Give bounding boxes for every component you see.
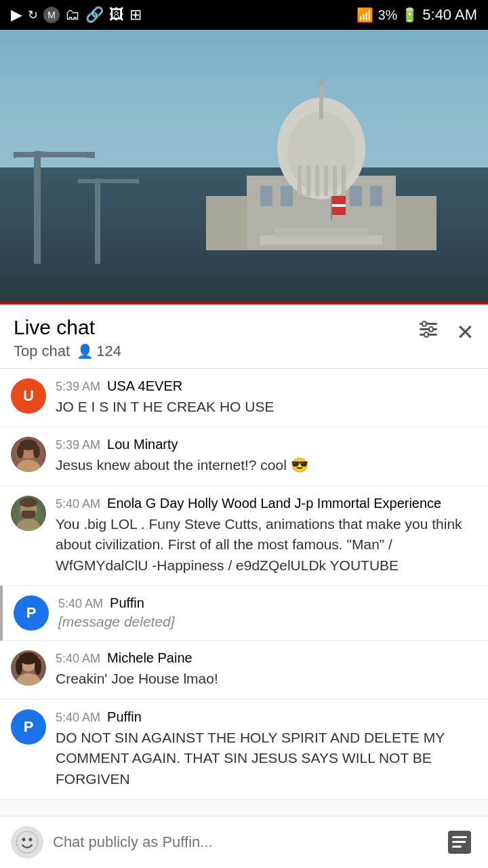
svg-rect-21 (34, 155, 41, 264)
message-meta: 5:40 AM Puffin (56, 709, 477, 725)
viewers-number: 124 (96, 342, 121, 360)
message-item: P 5:40 AM Puffin [message deleted] (0, 586, 488, 641)
status-bar-left: ▶ ↻ M 🗂 🔗 🖼 ⊞ (11, 6, 142, 24)
svg-rect-11 (260, 186, 272, 206)
svg-rect-3 (274, 229, 369, 237)
svg-rect-16 (306, 165, 310, 196)
link-icon: 🔗 (85, 6, 104, 24)
svg-rect-15 (298, 165, 302, 196)
svg-point-44 (33, 445, 40, 458)
message-content: 5:39 AM Lou Minarty Jesus knew about the… (56, 437, 477, 475)
refresh-icon: ↻ (28, 7, 38, 22)
svg-rect-20 (342, 165, 346, 196)
svg-rect-50 (22, 511, 35, 517)
svg-point-55 (35, 658, 41, 675)
capitol-building (192, 74, 450, 264)
status-bar-right: 📶 3% 🔋 5:40 AM (357, 6, 477, 24)
svg-rect-62 (452, 846, 462, 848)
svg-rect-37 (429, 327, 433, 332)
video-player[interactable] (0, 30, 488, 304)
svg-rect-32 (332, 207, 346, 215)
message-meta: 5:40 AM Puffin (58, 595, 477, 611)
message-text: Creakin' Joe House lmao! (56, 669, 477, 689)
svg-point-57 (22, 838, 26, 842)
message-content: 5:40 AM Enola G Day Holly Wood Land J-p … (56, 496, 477, 576)
youtube-icon: ▶ (11, 6, 22, 24)
photo-icon: 🖼 (109, 6, 124, 24)
wifi-icon: 📶 (357, 7, 373, 23)
flags (312, 196, 352, 223)
message-text: Jesus knew about the internet!? cool 😎 (56, 455, 477, 475)
message-item: P 5:40 AM Puffin DO NOT SIN AGAINST THE … (0, 700, 488, 800)
chat-header: Live chat Top chat 👤 124 ✕ (0, 304, 488, 369)
message-time: 5:40 AM (56, 711, 100, 725)
avatar: P (11, 709, 46, 745)
svg-rect-31 (332, 204, 346, 207)
person-icon: 👤 (77, 343, 94, 359)
message-text: JO E I S IN T HE CREAK HO USE (56, 397, 477, 417)
filter-icon[interactable] (417, 318, 440, 346)
message-author: Puffin (110, 595, 144, 611)
message-content: 5:40 AM Puffin [message deleted] (58, 595, 477, 630)
message-meta: 5:40 AM Enola G Day Holly Wood Land J-p … (56, 496, 477, 511)
emoji-button[interactable] (11, 826, 43, 859)
live-chat-title: Live chat (14, 315, 121, 340)
video-progress-bar[interactable] (0, 302, 488, 304)
svg-rect-9 (319, 82, 323, 119)
close-icon[interactable]: ✕ (456, 319, 474, 345)
m-icon: M (43, 7, 60, 23)
message-content: 5:40 AM Michele Paine Creakin' Joe House… (56, 650, 477, 689)
message-item: 5:40 AM Michele Paine Creakin' Joe House… (0, 641, 488, 699)
message-text: DO NOT SIN AGAINST THE HOLY SPIRIT AND D… (56, 728, 477, 789)
svg-point-52 (16, 673, 41, 686)
svg-rect-25 (95, 182, 100, 264)
messages-container: U 5:39 AM USA 4EVER JO E I S IN T HE CRE… (0, 369, 488, 861)
svg-point-46 (16, 519, 41, 531)
avatar: P (14, 595, 49, 631)
message-item: U 5:39 AM USA 4EVER JO E I S IN T HE CRE… (0, 369, 488, 427)
status-bar: ▶ ↻ M 🗂 🔗 🖼 ⊞ 📶 3% 🔋 5:40 AM (0, 0, 488, 30)
message-deleted: [message deleted] (58, 614, 477, 630)
avatar (11, 496, 46, 531)
svg-point-58 (29, 838, 33, 842)
message-author: Enola G Day Holly Wood Land J-p Immortal… (107, 496, 441, 511)
svg-point-40 (16, 460, 41, 472)
chat-header-left: Live chat Top chat 👤 124 (14, 315, 121, 360)
svg-rect-29 (331, 196, 332, 220)
svg-rect-30 (332, 196, 346, 204)
battery-icon: 🔋 (401, 7, 418, 23)
send-button[interactable] (442, 825, 477, 860)
message-meta: 5:40 AM Michele Paine (56, 650, 477, 666)
message-text: You .big LOL . Funy Steve Cutts, animati… (56, 514, 477, 576)
svg-rect-17 (315, 165, 319, 196)
chat-header-right: ✕ (417, 315, 474, 346)
svg-marker-10 (319, 77, 324, 86)
top-chat-label: Top chat (14, 342, 70, 360)
avatar: U (11, 378, 46, 414)
svg-point-8 (296, 111, 347, 172)
message-author: Michele Paine (107, 650, 192, 666)
message-time: 5:39 AM (56, 380, 100, 394)
svg-rect-2 (260, 235, 382, 245)
svg-rect-61 (452, 841, 467, 843)
svg-point-56 (16, 831, 38, 853)
message-time: 5:40 AM (58, 597, 103, 611)
top-chat-row: Top chat 👤 124 (14, 342, 121, 360)
chat-input-bar (0, 816, 488, 868)
avatar (11, 437, 46, 472)
message-time: 5:39 AM (56, 438, 100, 452)
svg-point-48 (20, 498, 37, 507)
avatar (11, 650, 46, 686)
message-item: 5:40 AM Enola G Day Holly Wood Land J-p … (0, 486, 488, 586)
cranes (14, 115, 149, 264)
svg-rect-12 (281, 186, 293, 206)
chat-input-field[interactable] (53, 828, 432, 856)
message-item: 5:39 AM Lou Minarty Jesus knew about the… (0, 427, 488, 486)
message-author: USA 4EVER (107, 378, 182, 394)
svg-rect-38 (424, 332, 428, 337)
message-content: 5:39 AM USA 4EVER JO E I S IN T HE CREAK… (56, 378, 477, 417)
message-meta: 5:39 AM Lou Minarty (56, 437, 477, 452)
svg-rect-19 (333, 165, 337, 196)
svg-rect-36 (422, 321, 426, 326)
grid-icon: ⊞ (129, 6, 142, 24)
